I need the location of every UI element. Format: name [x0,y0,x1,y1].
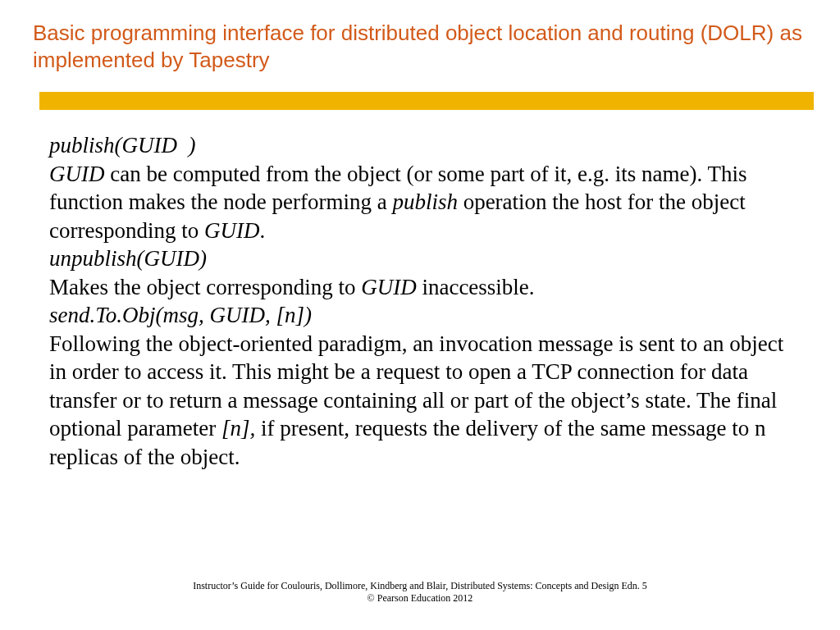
footer-line: Instructor’s Guide for Coulouris, Dollim… [0,580,840,593]
api-desc-part: Makes the object corresponding to [49,275,361,299]
api-signature: publish(GUID ) [49,133,195,158]
api-entry: send.To.Obj(msg, GUID, [n]) Following th… [49,301,788,471]
footer-line: © Pearson Education 2012 [0,592,840,605]
api-desc-italic: GUID [49,162,105,186]
slide-title: Basic programming interface for distribu… [33,20,807,73]
body-text: publish(GUID ) GUID can be computed from… [49,131,788,472]
api-desc-part: inaccessible. [417,275,535,299]
api-signature: send.To.Obj(msg, GUID, [n]) [49,303,312,327]
api-desc-italic: GUID [361,275,417,299]
api-desc-italic: GUID [204,218,260,243]
slide: Basic programming interface for distribu… [0,0,840,630]
api-desc-part: . [259,218,265,243]
api-signature: unpublish(GUID) [49,246,207,271]
api-desc-italic: publish [392,189,458,214]
api-entry: publish(GUID ) GUID can be computed from… [49,131,788,244]
api-entry: unpublish(GUID) Makes the object corresp… [49,244,788,301]
api-desc-italic: [n], [221,416,255,441]
footer: Instructor’s Guide for Coulouris, Dollim… [0,580,840,605]
accent-bar [39,92,814,110]
